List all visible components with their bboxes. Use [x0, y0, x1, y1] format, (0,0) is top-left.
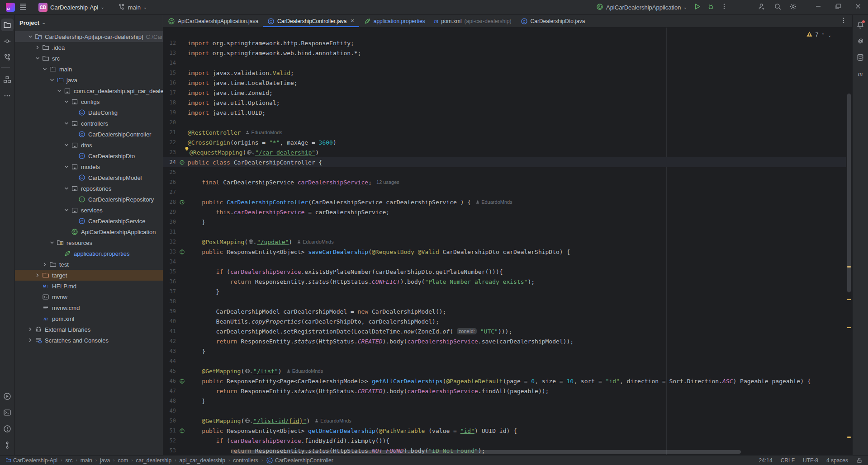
tree-item-configs[interactable]: configs: [15, 96, 163, 107]
run-button[interactable]: [691, 1, 703, 14]
line-number[interactable]: 33: [163, 249, 176, 255]
close-button[interactable]: [848, 0, 868, 15]
search-everywhere-button[interactable]: [771, 1, 784, 14]
chevron-down-icon[interactable]: [34, 55, 41, 62]
project-folder-tool-button[interactable]: [1, 19, 14, 31]
tree-item-target[interactable]: target: [15, 270, 163, 281]
line-number[interactable]: 41: [163, 328, 176, 334]
tree-item-apicardealershipapplication[interactable]: ApiCarDealershipApplication: [15, 226, 163, 237]
line-number[interactable]: 29: [163, 209, 176, 215]
code-line-18[interactable]: 18import java.util.Optional;: [163, 98, 846, 108]
code-line-37[interactable]: 37 }: [163, 287, 846, 296]
code-line-48[interactable]: 48 }: [163, 396, 846, 406]
tab-cardealershipcontroller-java[interactable]: CCarDealershipController.java✕: [263, 15, 359, 27]
chevron-down-icon[interactable]: [48, 76, 56, 84]
line-number[interactable]: 19: [163, 109, 176, 116]
vertical-scrollbar[interactable]: [847, 94, 851, 292]
tree-item-external-libraries[interactable]: External Libraries: [15, 324, 163, 335]
code-line-35[interactable]: 35 if (carDealershipService.existsByPlat…: [163, 267, 846, 277]
debug-button[interactable]: [704, 1, 717, 14]
settings-button[interactable]: [787, 1, 799, 14]
line-number[interactable]: 23: [163, 149, 176, 155]
tree-item-com-car-dealership-api-car-dealership[interactable]: com.car_dealership.api_car_dealership: [15, 85, 163, 96]
status-item-utf-8[interactable]: UTF-8: [803, 457, 818, 464]
line-number[interactable]: 24: [163, 159, 176, 165]
tree-item-dtos[interactable]: dtos: [15, 140, 163, 150]
spring-bean-wiring-icon[interactable]: [176, 199, 188, 205]
chevron-down-icon[interactable]: [63, 120, 70, 127]
code-line-31[interactable]: 31: [163, 227, 846, 237]
line-number[interactable]: 31: [163, 229, 176, 235]
line-number[interactable]: 36: [163, 278, 176, 285]
terminal-tool-button[interactable]: [1, 406, 14, 419]
line-number[interactable]: 22: [163, 139, 176, 146]
more-actions-button[interactable]: [718, 1, 730, 14]
code-line-27[interactable]: 27: [163, 187, 846, 197]
line-number[interactable]: 51: [163, 427, 176, 434]
line-number[interactable]: 30: [163, 219, 176, 225]
code-line-40[interactable]: 40 BeanUtils.copyProperties(carDealerShi…: [163, 316, 846, 326]
code-line-33[interactable]: 33 public ResponseEntity<Object> saveCar…: [163, 247, 846, 257]
line-number[interactable]: 53: [163, 447, 176, 454]
code-with-me-button[interactable]: [755, 1, 768, 14]
chevron-right-icon[interactable]: [27, 337, 34, 344]
tree-item-mvnw-cmd[interactable]: mvnw.cmd: [15, 302, 163, 313]
mapping-url-globe-icon[interactable]: ⌄: [245, 418, 253, 423]
chevron-down-icon[interactable]: [63, 141, 70, 149]
lock-open-icon[interactable]: [856, 457, 863, 464]
minimize-button[interactable]: [808, 0, 828, 15]
code-line-21[interactable]: 21@RestControllerEduardoMnds: [163, 127, 846, 137]
line-number[interactable]: 39: [163, 308, 176, 315]
tree-item-cardealershiprepository[interactable]: ICarDealershipRepository: [15, 194, 163, 205]
code-line-24[interactable]: 24public class CarDealershipController {: [163, 157, 846, 167]
tree-item-src[interactable]: src: [15, 53, 163, 64]
line-number[interactable]: 52: [163, 437, 176, 444]
tree-item-cardealershipcontroller[interactable]: CCarDealershipController: [15, 129, 163, 140]
chevron-down-icon[interactable]: [63, 185, 70, 192]
breadcrumb-item[interactable]: api_car_dealership: [180, 457, 225, 464]
breadcrumb-item[interactable]: main: [81, 457, 92, 464]
line-number[interactable]: 38: [163, 298, 176, 305]
line-number[interactable]: 15: [163, 70, 176, 76]
code-line-47[interactable]: 47 return ResponseEntity.status(HttpStat…: [163, 386, 846, 396]
rest-endpoint-icon[interactable]: [176, 428, 188, 434]
structure-tool-button[interactable]: [1, 73, 14, 86]
tree-item-cardealershipmodel[interactable]: CCarDealershipModel: [15, 172, 163, 183]
mapping-url-globe-icon[interactable]: ⌄: [247, 150, 255, 155]
horizontal-scrollbar[interactable]: [232, 450, 741, 454]
code-line-43[interactable]: 43 }: [163, 346, 846, 356]
code-line-34[interactable]: 34: [163, 257, 846, 267]
tree-item-cardealershipdto[interactable]: CCarDealershipDto: [15, 150, 163, 161]
line-number[interactable]: 42: [163, 338, 176, 344]
line-number[interactable]: 34: [163, 258, 176, 265]
tree-item-java[interactable]: java: [15, 75, 163, 85]
tree-item-controllers[interactable]: controllers: [15, 118, 163, 129]
code-line-41[interactable]: 41 carDealershipModel.setRegistrationDat…: [163, 326, 846, 336]
code-line-42[interactable]: 42 return ResponseEntity.status(HttpStat…: [163, 336, 846, 346]
code-line-20[interactable]: 20: [163, 117, 846, 127]
tree-item-mvnw[interactable]: mvnw: [15, 291, 163, 302]
line-number[interactable]: 21: [163, 129, 176, 136]
status-item-4-spaces[interactable]: 4 spaces: [826, 457, 848, 464]
code-line-50[interactable]: 50 @GetMapping(⌄"/list-id/{id}")EduardoM…: [163, 416, 846, 426]
line-number[interactable]: 35: [163, 268, 176, 275]
code-line-16[interactable]: 16import java.time.LocalDateTime;: [163, 78, 846, 88]
tab-pom-xml[interactable]: mpom.xml (api-car-dealership): [430, 15, 516, 27]
tree-item-repositories[interactable]: repositories: [15, 183, 163, 194]
code-line-17[interactable]: 17import java.time.ZoneId;: [163, 88, 846, 98]
tree-item-models[interactable]: models: [15, 161, 163, 172]
tab-application-properties[interactable]: application.properties: [359, 15, 430, 27]
line-number[interactable]: 43: [163, 348, 176, 354]
mapping-url-globe-icon[interactable]: ⌄: [248, 239, 256, 244]
line-number[interactable]: 49: [163, 408, 176, 414]
commit-tool-button[interactable]: [1, 35, 14, 47]
tree-item--idea[interactable]: .idea: [15, 42, 163, 53]
main-menu-button[interactable]: [17, 1, 29, 14]
code-line-23[interactable]: 23@RequestMapping(⌄"/car-dealership"): [163, 147, 846, 157]
breadcrumb-item[interactable]: java: [100, 457, 110, 464]
chevron-down-icon[interactable]: [63, 98, 70, 105]
tree-item-help-md[interactable]: M↓HELP.md: [15, 281, 163, 291]
author-inlay-hint[interactable]: EduardoMnds: [475, 199, 512, 205]
tree-item-test[interactable]: test: [15, 259, 163, 270]
run-configuration-widget[interactable]: ApiCarDealershipApplication ⌄: [593, 1, 690, 13]
